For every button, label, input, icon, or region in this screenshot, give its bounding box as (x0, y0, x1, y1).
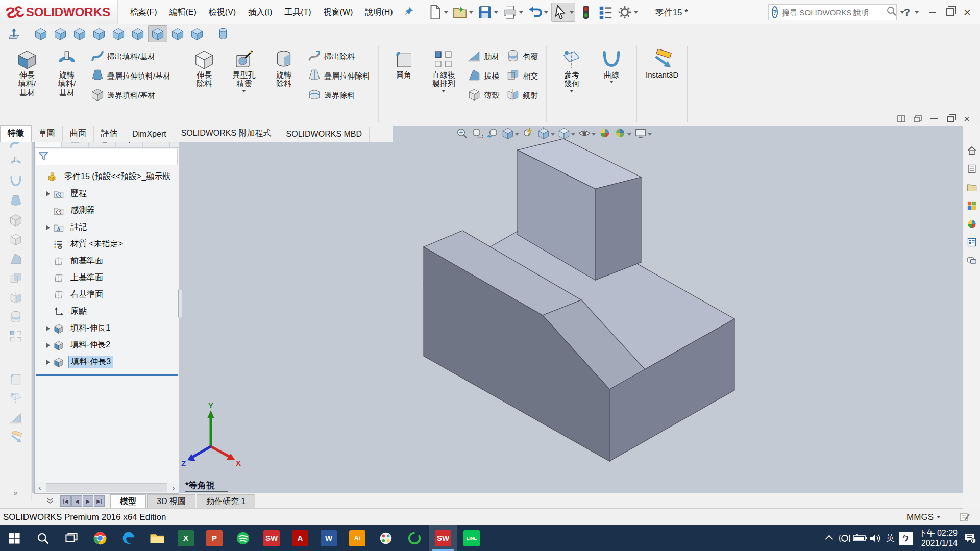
left-tool-mirror-button[interactable] (6, 288, 26, 307)
section-view-button[interactable] (502, 127, 519, 141)
view-shaded-button[interactable] (214, 26, 232, 42)
view-dimetric-button[interactable] (188, 26, 206, 42)
magnified-selection-button[interactable] (522, 127, 534, 141)
battery-icon[interactable] (852, 525, 868, 551)
clock[interactable]: 下午 02:29 2021/1/14 (914, 525, 963, 551)
select-tool-button[interactable] (551, 3, 575, 22)
draft-button[interactable]: 拔模 (465, 66, 501, 86)
doc-pane-icon[interactable] (893, 113, 910, 124)
dropdown-caret-icon[interactable] (570, 11, 574, 14)
taskbar-illustrator-icon[interactable]: Ai (343, 525, 372, 551)
tree-item-感測器[interactable]: 感測器 (35, 202, 179, 219)
action-center-icon[interactable] (963, 525, 978, 551)
zoom-area-button[interactable] (471, 127, 483, 141)
task-pane-appearances-button[interactable] (965, 216, 979, 232)
dropdown-caret-icon[interactable] (570, 90, 574, 92)
tree-item-原點[interactable]: 原點 (35, 303, 179, 320)
revolve-cut-button[interactable]: 旋轉除料 (264, 46, 303, 88)
restore-button[interactable] (941, 4, 959, 20)
display-style-button[interactable] (558, 127, 575, 141)
view-bottom-button[interactable] (129, 26, 147, 42)
wrap-button[interactable]: 包覆 (504, 47, 540, 66)
close-button[interactable]: × (959, 4, 976, 20)
view-isometric-button[interactable] (148, 25, 167, 42)
zoom-fit-button[interactable] (456, 127, 468, 141)
dropdown-caret-icon[interactable] (242, 90, 246, 92)
doc-minimize-button[interactable] (926, 113, 942, 124)
doc-close-button[interactable]: × (959, 113, 975, 124)
rib-button[interactable]: 肋材 (465, 47, 501, 66)
tab-草圖[interactable]: 草圖 (32, 126, 63, 142)
view-trimetric-button[interactable] (168, 26, 187, 42)
expand-arrow-icon[interactable] (44, 360, 52, 365)
dropdown-caret-icon[interactable] (442, 90, 446, 92)
tree-item-填料-伸長1[interactable]: 填料-伸長1 (35, 320, 179, 337)
view-back-button[interactable] (51, 26, 69, 42)
menu-view[interactable]: 檢視(V) (203, 4, 242, 21)
open-document-button[interactable] (451, 3, 474, 21)
menu-window[interactable]: 視窗(W) (317, 4, 359, 21)
tree-item-前基準面[interactable]: 前基準面 (35, 253, 179, 269)
doc-cascade-icon[interactable] (910, 113, 926, 124)
help-button[interactable]: ? (904, 7, 910, 18)
view-top-button[interactable] (109, 26, 128, 42)
curves-button[interactable]: 曲線 (592, 46, 631, 83)
left-tool-draft-button[interactable] (6, 249, 26, 268)
filter-input[interactable] (51, 153, 177, 162)
left-tool-boundary-boss-button[interactable] (6, 210, 26, 230)
tab-SOLIDWORKS MBD[interactable]: SOLIDWORKS MBD (279, 127, 370, 142)
taskbar-search-icon[interactable] (29, 525, 57, 551)
boundary-boss-button[interactable]: 邊界填料/基材 (89, 86, 173, 105)
dropdown-caret-icon[interactable] (519, 11, 523, 14)
taskbar-edge-icon[interactable] (114, 525, 143, 551)
revolve-boss-button[interactable]: 旋轉填料/基材 (47, 46, 86, 97)
tab-nav-last-button[interactable]: ▶| (94, 495, 105, 507)
taskbar-word-icon[interactable]: W (314, 525, 343, 551)
tray-expand-chevron-icon[interactable] (822, 525, 837, 551)
tab-SOLIDWORKS 附加程式[interactable]: SOLIDWORKS 附加程式 (174, 126, 279, 142)
taskbar-start-button[interactable] (0, 525, 29, 551)
tree-item-歷程[interactable]: 歷程 (35, 185, 179, 202)
units-selector[interactable]: MMGS (898, 511, 949, 523)
doc-restore-button[interactable] (942, 113, 959, 124)
expand-arrow-icon[interactable] (44, 191, 52, 196)
save-document-button[interactable] (476, 3, 499, 21)
camera-icon[interactable] (837, 525, 852, 551)
dropdown-caret-icon[interactable] (444, 11, 448, 14)
doc-tab-動作研究 1[interactable]: 動作研究 1 (197, 494, 255, 509)
taskbar-powerpoint-icon[interactable]: P (200, 525, 229, 551)
dropdown-caret-icon[interactable] (544, 11, 548, 14)
left-tool-revolve-boss-button[interactable] (6, 152, 26, 171)
dropdown-caret-icon[interactable] (609, 81, 614, 83)
taskbar-solidworks-2016-icon[interactable]: SW (257, 525, 286, 551)
settings-gear-button[interactable] (616, 3, 639, 21)
minimize-button[interactable] (924, 4, 941, 20)
rebuild-button[interactable] (577, 3, 595, 21)
scroll-right-icon[interactable]: › (168, 483, 179, 493)
taskbar-task-view-icon[interactable] (57, 525, 86, 551)
panel-splitter-handle[interactable] (178, 289, 182, 318)
left-tool-linear-pattern-button[interactable] (6, 327, 26, 346)
tree-horizontal-scrollbar[interactable]: ‹ › (35, 482, 179, 493)
menu-file[interactable]: 檔案(F) (124, 4, 163, 21)
intersect-button[interactable]: 相交 (504, 66, 540, 86)
doc-tab-模型[interactable]: 模型 (110, 494, 146, 509)
loft-cut-button[interactable]: 疊層拉伸除料 (306, 66, 372, 86)
shell-button[interactable]: 薄殼 (465, 86, 501, 105)
tree-item-材質 <未指定>[interactable]: 材質 <未指定> (35, 236, 179, 253)
undo-button[interactable] (526, 3, 549, 21)
dropdown-caret-icon[interactable] (627, 133, 631, 136)
tree-item-上基準面[interactable]: 上基準面 (35, 269, 179, 286)
scroll-track[interactable] (46, 483, 167, 492)
view-front-button[interactable] (32, 26, 50, 42)
left-tool-instant3d-button[interactable] (6, 428, 26, 447)
expand-arrow-icon[interactable] (44, 343, 52, 348)
sweep-boss-button[interactable]: 掃出填料/基材 (89, 47, 173, 66)
task-pane-home-button[interactable] (965, 143, 979, 158)
tab-評估[interactable]: 評估 (94, 126, 125, 142)
view-left-button[interactable] (70, 26, 89, 42)
left-tool-rib-button[interactable] (6, 408, 26, 428)
task-pane-file-explorer-button[interactable] (965, 198, 979, 213)
left-tool-shell-button[interactable] (6, 230, 26, 249)
task-pane-resources-button[interactable] (965, 161, 979, 177)
